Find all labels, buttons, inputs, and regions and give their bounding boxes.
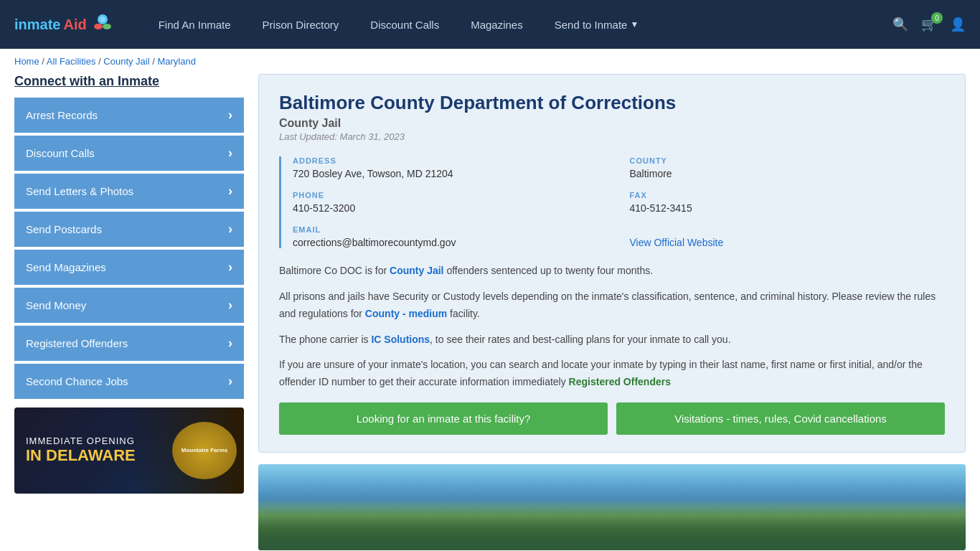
ad-immediate-text: IMMEDIATE OPENING — [26, 435, 136, 446]
county-medium-link[interactable]: County - medium — [365, 308, 447, 319]
county-value: Baltimore — [630, 168, 946, 179]
nav-links: Find An Inmate Prison Directory Discount… — [143, 0, 892, 49]
county-block: COUNTY Baltimore — [630, 156, 946, 179]
sidebar-item-send-magazines[interactable]: Send Magazines › — [14, 250, 244, 285]
search-icon[interactable]: 🔍 — [892, 17, 908, 32]
breadcrumb-maryland[interactable]: Maryland — [157, 56, 195, 67]
ad-logo: Mountaire Farms — [172, 422, 237, 479]
email-label: EMAIL — [293, 225, 608, 234]
website-block: View Official Website — [630, 225, 946, 248]
nav-send-to-inmate[interactable]: Send to Inmate ▼ — [539, 0, 655, 49]
user-icon[interactable]: 👤 — [950, 17, 966, 32]
sidebar-item-registered-offenders[interactable]: Registered Offenders › — [14, 326, 244, 361]
nav-discount-calls[interactable]: Discount Calls — [354, 0, 455, 49]
chevron-right-icon: › — [228, 184, 232, 199]
phone-value: 410-512-3200 — [293, 202, 608, 214]
ad-delaware-text: IN DELAWARE — [26, 446, 136, 465]
svg-point-1 — [94, 24, 103, 29]
logo[interactable]: inmate Aid — [14, 12, 114, 37]
address-block: ADDRESS 720 Bosley Ave, Towson, MD 21204 — [293, 156, 608, 179]
ad-text-block: IMMEDIATE OPENING IN DELAWARE — [26, 435, 136, 465]
facility-card: Baltimore County Department of Correctio… — [258, 74, 966, 453]
fax-value: 410-512-3415 — [630, 202, 946, 214]
phone-label: PHONE — [293, 191, 608, 199]
breadcrumb: Home / All Facilities / County Jail / Ma… — [0, 49, 980, 74]
sidebar-item-discount-calls[interactable]: Discount Calls › — [14, 136, 244, 171]
email-value: corrections@baltimorecountymd.gov — [293, 237, 608, 248]
chevron-right-icon: › — [228, 298, 232, 313]
breadcrumb-all-facilities[interactable]: All Facilities — [47, 56, 96, 67]
sidebar-advertisement[interactable]: IMMEDIATE OPENING IN DELAWARE Mountaire … — [14, 408, 244, 494]
chevron-right-icon: › — [228, 336, 232, 351]
facility-last-updated: Last Updated: March 31, 2023 — [279, 131, 945, 142]
registered-offenders-link[interactable]: Registered Offenders — [569, 376, 671, 387]
nav-prison-directory[interactable]: Prison Directory — [247, 0, 355, 49]
navbar: inmate Aid Find An Inmate Prison Directo… — [0, 0, 980, 49]
website-spacer — [630, 225, 946, 234]
breadcrumb-home[interactable]: Home — [14, 56, 39, 67]
county-jail-link-1[interactable]: County Jail — [390, 265, 443, 276]
chevron-right-icon: › — [228, 260, 232, 275]
fax-block: FAX 410-512-3415 — [630, 191, 946, 214]
desc-para-4: If you are unsure of your inmate's locat… — [279, 357, 945, 391]
navbar-right: 🔍 🛒 0 👤 — [892, 17, 966, 32]
chevron-right-icon: › — [228, 222, 232, 237]
chevron-right-icon: › — [228, 374, 232, 389]
chevron-right-icon: › — [228, 108, 232, 123]
sidebar-menu: Arrest Records › Discount Calls › Send L… — [14, 98, 244, 399]
logo-icon — [91, 12, 114, 37]
desc-para-3: The phone carrier is IC Solutions, to se… — [279, 331, 945, 349]
cart-button[interactable]: 🛒 0 — [921, 17, 937, 32]
facility-image — [258, 464, 966, 550]
main-layout: Connect with an Inmate Arrest Records › … — [0, 74, 980, 551]
svg-point-3 — [100, 17, 105, 22]
dropdown-arrow-icon: ▼ — [630, 19, 639, 29]
address-label: ADDRESS — [293, 156, 608, 165]
nav-find-inmate[interactable]: Find An Inmate — [143, 0, 247, 49]
sidebar-item-send-money[interactable]: Send Money › — [14, 288, 244, 323]
sidebar-item-arrest-records[interactable]: Arrest Records › — [14, 98, 244, 133]
sidebar-item-send-letters[interactable]: Send Letters & Photos › — [14, 174, 244, 209]
sidebar-item-second-chance-jobs[interactable]: Second Chance Jobs › — [14, 364, 244, 399]
desc-para-2: All prisons and jails have Security or C… — [279, 288, 945, 323]
ic-solutions-link[interactable]: IC Solutions — [371, 334, 430, 345]
sidebar: Connect with an Inmate Arrest Records › … — [14, 74, 244, 550]
breadcrumb-county-jail[interactable]: County Jail — [103, 56, 149, 67]
facility-type: County Jail — [279, 117, 945, 130]
find-inmate-button[interactable]: Looking for an inmate at this facility? — [279, 402, 608, 435]
visitations-button[interactable]: Visitations - times, rules, Covid cancel… — [616, 402, 945, 435]
sidebar-title: Connect with an Inmate — [14, 74, 244, 89]
email-block: EMAIL corrections@baltimorecountymd.gov — [293, 225, 608, 248]
facility-info-grid: ADDRESS 720 Bosley Ave, Towson, MD 21204… — [279, 156, 945, 248]
official-website-link[interactable]: View Official Website — [630, 237, 724, 248]
svg-point-2 — [103, 24, 111, 29]
facility-image-trees — [258, 507, 966, 550]
nav-magazines[interactable]: Magazines — [455, 0, 539, 49]
facility-description: Baltimore Co DOC is for County Jail offe… — [279, 263, 945, 391]
facility-name: Baltimore County Department of Correctio… — [279, 92, 945, 114]
desc-para-1: Baltimore Co DOC is for County Jail offe… — [279, 263, 945, 280]
chevron-right-icon: › — [228, 146, 232, 161]
sidebar-item-send-postcards[interactable]: Send Postcards › — [14, 212, 244, 247]
cart-badge: 0 — [931, 12, 943, 24]
fax-label: FAX — [630, 191, 946, 199]
county-label: COUNTY — [630, 156, 946, 165]
phone-block: PHONE 410-512-3200 — [293, 191, 608, 214]
action-buttons: Looking for an inmate at this facility? … — [279, 402, 945, 435]
main-content: Baltimore County Department of Correctio… — [258, 74, 966, 550]
address-value: 720 Bosley Ave, Towson, MD 21204 — [293, 168, 608, 179]
